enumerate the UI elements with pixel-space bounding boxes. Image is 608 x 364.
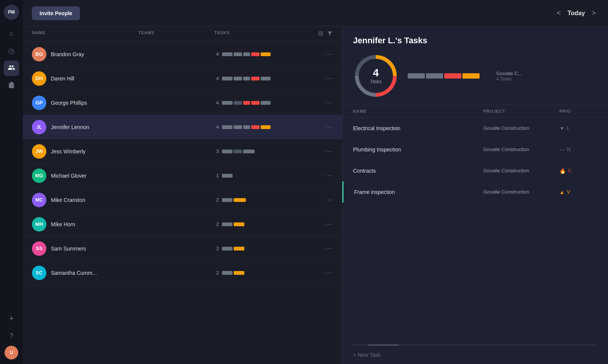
- detail-task-row[interactable]: Plumbing Inspection Govalle Construction…: [342, 139, 608, 160]
- task-bar: [243, 125, 250, 129]
- table-row[interactable]: SC Samantha Cumm... 2 ···: [23, 261, 342, 285]
- user-avatar[interactable]: U: [5, 346, 18, 359]
- task-bar: [234, 198, 246, 202]
- avatar-initials: DH: [36, 76, 43, 81]
- row-menu-button[interactable]: ···: [310, 269, 333, 277]
- task-bar: [251, 77, 260, 80]
- table-row[interactable]: SS Sam Summers 2 ···: [23, 236, 342, 261]
- table-body: BG Brandon Gray 4 ··· DH Daren Hill 4 ··…: [23, 42, 342, 364]
- task-bar: [234, 52, 242, 56]
- col-actions-header: [310, 30, 333, 38]
- row-menu-button[interactable]: ···: [310, 123, 333, 131]
- settings-filter-icon[interactable]: [318, 30, 324, 38]
- main-content: Invite People < Today > NAME TEAMS TASKS: [23, 0, 608, 364]
- task-count: 1: [214, 173, 219, 178]
- row-menu-button[interactable]: ···: [310, 244, 333, 252]
- task-bar: [251, 101, 260, 105]
- task-bar: [222, 271, 233, 275]
- person-avatar: SS: [32, 241, 46, 256]
- person-name: Brandon Gray: [51, 51, 84, 57]
- task-count: 4: [214, 76, 219, 81]
- row-menu-button[interactable]: ···: [310, 74, 333, 82]
- priority-label: C: [568, 168, 572, 173]
- detail-scrollbar-thumb[interactable]: [368, 344, 399, 346]
- detail-col-name: NAME: [353, 109, 483, 113]
- task-bar: [222, 222, 233, 226]
- person-avatar: MH: [32, 217, 46, 232]
- table-row[interactable]: GP George Phillips 4 ···: [23, 91, 342, 115]
- avatar-initials: SC: [36, 270, 43, 276]
- task-bar: [251, 52, 260, 56]
- task-bar: [234, 125, 242, 129]
- summary-bar-row: [408, 73, 480, 79]
- task-bars: [222, 247, 244, 251]
- row-menu-button[interactable]: ···: [310, 172, 333, 180]
- row-menu-button[interactable]: ···: [310, 50, 333, 58]
- detail-task-priority: ▲ V: [559, 189, 597, 195]
- detail-task-row[interactable]: Contracts Govalle Construction 🔥 C: [342, 160, 608, 181]
- detail-task-project: Govalle Construction: [483, 189, 559, 195]
- funnel-filter-icon[interactable]: [327, 30, 333, 38]
- task-cell: 4: [214, 124, 310, 130]
- app-logo[interactable]: PM: [4, 5, 19, 20]
- task-cell: 3: [214, 148, 310, 154]
- task-bar: [222, 174, 233, 178]
- person-avatar: JL: [32, 120, 46, 134]
- table-row[interactable]: MH Mike Horn 2 ···: [23, 212, 342, 236]
- priority-icon: ▼: [559, 125, 565, 131]
- detail-table-body: Electrical Inspection Govalle Constructi…: [342, 118, 608, 344]
- detail-task-priority: 🔥 C: [559, 168, 597, 174]
- new-task-button[interactable]: + New Task: [342, 346, 608, 364]
- task-bars: [222, 101, 271, 105]
- priority-icon: —: [559, 147, 565, 153]
- date-navigation: < Today >: [554, 8, 599, 19]
- avatar-initials: MC: [35, 197, 43, 203]
- table-row[interactable]: DH Daren Hill 4 ···: [23, 66, 342, 91]
- person-avatar: GP: [32, 96, 46, 110]
- detail-task-row[interactable]: Electrical Inspection Govalle Constructi…: [342, 118, 608, 139]
- person-avatar: SC: [32, 266, 46, 280]
- avatar-initials: GP: [36, 100, 43, 106]
- person-name: Sam Summers: [51, 246, 86, 252]
- row-menu-button[interactable]: ···: [310, 220, 333, 228]
- person-cell: BG Brandon Gray: [32, 47, 138, 61]
- invite-people-button[interactable]: Invite People: [32, 6, 80, 20]
- detail-task-priority: ▼ L: [559, 125, 597, 131]
- priority-label: N: [567, 147, 570, 152]
- prev-date-button[interactable]: <: [554, 8, 564, 19]
- clock-icon: ◷: [8, 47, 14, 55]
- sidebar-item-briefcase[interactable]: [4, 78, 19, 93]
- task-bars: [222, 198, 246, 202]
- task-cell: 2: [214, 221, 310, 227]
- task-bars: [222, 222, 244, 226]
- sidebar-help-button[interactable]: ?: [4, 328, 19, 344]
- person-name: Jess Wimberly: [51, 148, 86, 154]
- detail-table: NAME PROJECT PRIO Electrical Inspection …: [342, 105, 608, 364]
- table-row[interactable]: MG Michael Glover 1 ···: [23, 164, 342, 188]
- row-menu-button[interactable]: ···: [310, 99, 333, 107]
- sidebar-item-clock[interactable]: ◷: [4, 43, 19, 58]
- detail-panel: Jennifer L.'s Tasks: [342, 27, 608, 364]
- sidebar-item-home[interactable]: ⌂: [4, 26, 19, 41]
- person-avatar: DH: [32, 71, 46, 86]
- priority-icon: 🔥: [559, 168, 566, 174]
- task-bar: [222, 150, 233, 153]
- row-menu-button[interactable]: ···: [310, 196, 333, 204]
- table-row[interactable]: JW Jess Wimberly 3 ···: [23, 139, 342, 164]
- next-date-button[interactable]: >: [589, 8, 599, 19]
- detail-col-priority: PRIO: [559, 109, 597, 113]
- table-row[interactable]: JL Jennifer Lennon 4 ···: [23, 115, 342, 139]
- summary-bar-2: [426, 73, 443, 79]
- row-menu-button[interactable]: ···: [310, 147, 333, 155]
- detail-task-row[interactable]: Frame inspection Govalle Construction ▲ …: [342, 181, 608, 203]
- table-row[interactable]: MC Mike Cranston 2 ···: [23, 188, 342, 212]
- task-count: 3: [214, 148, 219, 154]
- person-cell: MC Mike Cranston: [32, 193, 138, 207]
- briefcase-icon: [8, 81, 15, 91]
- task-cell: 4: [214, 100, 310, 106]
- summary-bar-3: [444, 73, 461, 79]
- sidebar-add-button[interactable]: +: [4, 311, 19, 326]
- detail-scrollbar[interactable]: [353, 344, 597, 346]
- table-row[interactable]: BG Brandon Gray 4 ···: [23, 42, 342, 66]
- sidebar-item-people[interactable]: [4, 61, 19, 76]
